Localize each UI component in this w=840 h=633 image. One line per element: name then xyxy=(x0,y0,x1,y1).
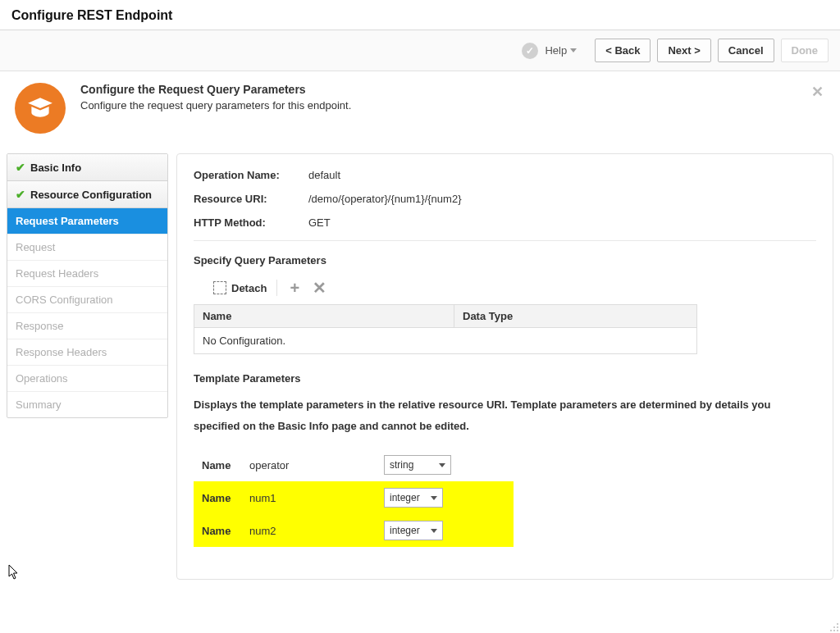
section-template-params-title: Template Parameters xyxy=(194,372,816,385)
template-params-description: Displays the template parameters in the … xyxy=(194,394,816,437)
sidebar-item-label: Request Parameters xyxy=(16,215,119,227)
sidebar-item-basic-info[interactable]: ✔ Basic Info xyxy=(7,154,167,181)
param-name: num1 xyxy=(249,492,372,504)
col-data-type: Data Type xyxy=(454,305,696,327)
detach-button[interactable]: Detach xyxy=(213,281,267,294)
row-label: Name xyxy=(202,459,238,471)
value: GET xyxy=(308,216,331,229)
value: /demo/{operator}/{num1}/{num2} xyxy=(308,193,461,205)
step-banner: Configure the Request Query Parameters C… xyxy=(0,71,840,153)
sidebar-item-request-parameters[interactable]: Request Parameters xyxy=(7,208,167,235)
param-type-select[interactable]: string xyxy=(384,455,451,475)
row-label: Name xyxy=(202,525,238,537)
cancel-button[interactable]: Cancel xyxy=(718,39,774,62)
section-query-params-title: Specify Query Parameters xyxy=(194,254,816,266)
label: Resource URI: xyxy=(194,193,308,205)
add-icon[interactable]: + xyxy=(287,280,302,295)
done-button: Done xyxy=(781,39,829,62)
workarea: ✔ Basic Info ✔ Resource Configuration Re… xyxy=(0,153,840,580)
help-menu[interactable]: Help xyxy=(545,44,577,57)
sidebar-item-cors-configuration[interactable]: CORS Configuration xyxy=(7,287,167,313)
sidebar-item-label: Basic Info xyxy=(30,162,81,174)
select-value: integer xyxy=(390,492,431,503)
graduation-icon xyxy=(26,94,54,122)
status-icon: ✓ xyxy=(522,43,538,59)
detach-icon xyxy=(213,281,226,294)
table-header: Name Data Type xyxy=(194,305,696,328)
chevron-down-icon xyxy=(431,496,437,500)
sidebar-item-label: Summary xyxy=(16,398,62,411)
sidebar-item-label: CORS Configuration xyxy=(16,294,113,306)
check-icon: ✔ xyxy=(16,188,25,201)
param-name: operator xyxy=(249,459,372,471)
chevron-down-icon xyxy=(431,529,437,533)
next-button[interactable]: Next > xyxy=(657,39,710,62)
back-button[interactable]: < Back xyxy=(595,39,651,62)
sidebar-item-label: Request Headers xyxy=(16,267,98,280)
remove-icon[interactable]: ✕ xyxy=(312,280,326,295)
chevron-down-icon xyxy=(439,463,445,467)
template-param-row: Name operator string xyxy=(194,449,514,481)
sidebar-item-request[interactable]: Request xyxy=(7,235,167,261)
kv-http-method: HTTP Method: GET xyxy=(194,216,816,229)
sidebar-item-label: Request xyxy=(16,241,55,253)
label: Operation Name: xyxy=(194,169,308,181)
sidebar-item-response-headers[interactable]: Response Headers xyxy=(7,339,167,366)
sidebar-item-operations[interactable]: Operations xyxy=(7,366,167,392)
query-params-toolbar: Detach + ✕ xyxy=(194,276,816,299)
resize-grip-icon[interactable] xyxy=(827,620,838,631)
divider xyxy=(194,240,816,241)
wizard-toolbar: ✓ Help < Back Next > Cancel Done xyxy=(0,30,840,71)
sidebar-item-request-headers[interactable]: Request Headers xyxy=(7,261,167,287)
close-icon[interactable]: ✕ xyxy=(811,83,824,101)
step-icon xyxy=(15,83,66,134)
kv-operation-name: Operation Name: default xyxy=(194,169,816,181)
query-params-table: Name Data Type No Configuration. xyxy=(194,304,697,354)
wizard-steps-sidebar: ✔ Basic Info ✔ Resource Configuration Re… xyxy=(7,153,168,418)
content-panel: Operation Name: default Resource URI: /d… xyxy=(176,153,833,580)
check-icon: ✔ xyxy=(16,161,25,174)
separator xyxy=(276,280,277,296)
detach-label: Detach xyxy=(231,282,267,294)
param-type-select[interactable]: integer xyxy=(384,488,443,508)
value: default xyxy=(308,169,340,181)
template-param-row: Name num2 integer xyxy=(194,514,514,547)
label: HTTP Method: xyxy=(194,216,308,229)
param-name: num2 xyxy=(249,525,372,537)
chevron-down-icon xyxy=(570,48,577,52)
template-param-row: Name num1 integer xyxy=(194,481,514,514)
param-type-select[interactable]: integer xyxy=(384,521,443,540)
sidebar-item-label: Resource Configuration xyxy=(30,189,152,201)
kv-resource-uri: Resource URI: /demo/{operator}/{num1}/{n… xyxy=(194,193,816,205)
sidebar-item-resource-configuration[interactable]: ✔ Resource Configuration xyxy=(7,181,167,208)
select-value: string xyxy=(390,459,439,471)
help-label: Help xyxy=(545,44,567,57)
sidebar-item-label: Response Headers xyxy=(16,346,107,358)
select-value: integer xyxy=(390,525,431,536)
row-label: Name xyxy=(202,492,238,504)
page-title: Configure REST Endpoint xyxy=(0,0,840,30)
sidebar-item-response[interactable]: Response xyxy=(7,313,167,339)
sidebar-item-summary[interactable]: Summary xyxy=(7,392,167,417)
sidebar-item-label: Response xyxy=(16,320,64,332)
sidebar-item-label: Operations xyxy=(16,372,68,385)
col-name: Name xyxy=(194,305,454,327)
table-empty-text: No Configuration. xyxy=(194,328,696,353)
banner-subtitle: Configure the request query parameters f… xyxy=(80,99,351,112)
banner-title: Configure the Request Query Parameters xyxy=(80,83,351,96)
